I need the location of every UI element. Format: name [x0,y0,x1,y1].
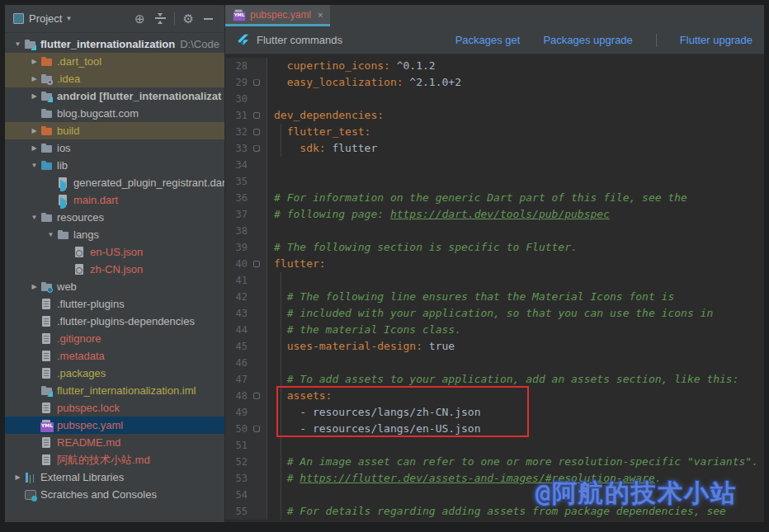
code-text[interactable]: # https://flutter.dev/assets-and-images/… [267,470,764,487]
tree-item-gitignore[interactable]: .gitignore [5,330,224,347]
code-line-55[interactable]: 55 # For details regarding adding assets… [225,503,764,520]
gear-icon[interactable]: ⚙ [183,12,194,25]
fold-marker[interactable] [248,421,266,437]
code-line-49[interactable]: 49 - resources/langs/zh-CN.json [225,404,764,421]
code-text[interactable]: # For information on the generic Dart pa… [267,190,764,206]
code-line-47[interactable]: 47 # To add assets to your application, … [225,371,764,388]
code-link[interactable]: https://flutter.dev/assets-and-images/#r… [300,472,654,484]
code-text[interactable] [267,91,764,107]
tree-item-flutter-plugins[interactable]: .flutter-plugins [5,295,224,313]
code-text[interactable]: flutter_test: [267,124,764,140]
fold-marker[interactable] [248,107,266,124]
code-line-53[interactable]: 53 # https://flutter.dev/assets-and-imag… [225,470,764,487]
code-link[interactable]: https://dart.dev/tools/pub/pubspec [390,208,610,220]
code-line-33[interactable]: 33 sdk: flutter [225,140,764,157]
code-line-52[interactable]: 52 # An image asset can refer to one or … [225,454,764,470]
code-text[interactable]: - resources/langs/zh-CN.json [267,404,764,421]
code-text[interactable]: assets: [267,388,764,404]
code-line-31[interactable]: 31dev_dependencies: [225,107,764,124]
code-line-39[interactable]: 39# The following section is specific to… [225,239,764,256]
code-text[interactable] [267,272,764,289]
tree-item-dart-tool[interactable]: ▶.dart_tool [5,53,224,70]
tree-expand-arrow[interactable]: ▶ [28,53,40,70]
fold-marker[interactable] [248,388,266,404]
tree-expand-arrow[interactable]: ▼ [12,35,24,53]
hide-panel-icon[interactable] [204,18,213,20]
code-line-54[interactable]: 54 [225,487,764,503]
code-line-43[interactable]: 43 # included with your application, so … [225,305,764,322]
tree-item-flutter-plugins-dependencies[interactable]: .flutter-plugins-dependencies [5,313,224,330]
tree-item-build[interactable]: ▶build [5,122,224,139]
tree-item-lib[interactable]: ▼lib [5,157,224,174]
code-line-48[interactable]: 48 assets: [225,388,764,404]
code-text[interactable]: flutter: [267,256,764,272]
code-line-29[interactable]: 29 easy_localization: ^2.1.0+2 [225,74,764,91]
tree-item-android-flutter-internationalizat[interactable]: ▶android [flutter_internationalizat [5,87,224,105]
tab-pubspec-yaml[interactable]: pubspec.yaml × [225,5,330,26]
code-text[interactable]: easy_localization: ^2.1.0+2 [267,74,764,91]
code-line-34[interactable]: 34 [225,157,764,173]
tree-item-ios[interactable]: ▶ios [5,139,224,157]
tree-expand-arrow[interactable]: ▼ [28,209,40,226]
tree-item-langs[interactable]: ▼langs [5,226,224,243]
tree-expand-arrow[interactable]: ▶ [28,70,40,87]
tree-item-pubspec-yaml[interactable]: pubspec.yaml [5,417,224,434]
code-line-35[interactable]: 35 [225,173,764,190]
code-line-37[interactable]: 37# following page: https://dart.dev/too… [225,206,764,223]
tree-item-scratches-and-consoles[interactable]: Scratches and Consoles [5,486,224,503]
tree-item-idea[interactable]: ▶.idea [5,70,224,87]
code-text[interactable] [267,437,764,454]
tree-expand-arrow[interactable]: ▼ [28,157,40,174]
tree-item-flutter-internationalization[interactable]: ▼flutter_internationalizationD:\Code [5,35,224,53]
code-text[interactable]: # The following line ensures that the Ma… [267,289,764,305]
tree-expand-arrow[interactable]: ▶ [28,278,40,295]
code-text[interactable]: sdk: flutter [267,140,764,157]
code-text[interactable]: - resources/langs/en-US.json [267,421,764,437]
tree-item-blog-bugcatt-com[interactable]: blog.bugcatt.com [5,105,224,122]
tree-item-md[interactable]: 阿航的技术小站.md [5,451,224,468]
code-line-51[interactable]: 51 [225,437,764,454]
code-line-50[interactable]: 50 - resources/langs/en-US.json [225,421,764,437]
action-link-flutter-upgrade[interactable]: Flutter upgrade [680,34,752,46]
code-text[interactable]: # The following section is specific to F… [267,239,764,256]
code-text[interactable]: # included with your application, so tha… [267,305,764,322]
code-line-38[interactable]: 38 [225,223,764,239]
tree-expand-arrow[interactable]: ▶ [12,468,24,486]
code-text[interactable] [267,487,764,503]
code-text[interactable]: uses-material-design: true [267,338,764,355]
action-link-packages-upgrade[interactable]: Packages upgrade [543,34,632,46]
code-line-40[interactable]: 40flutter: [225,256,764,272]
chevron-down-icon[interactable]: ▼ [65,15,72,22]
code-text[interactable]: # An image asset can refer to one or mor… [267,454,764,470]
code-line-46[interactable]: 46 [225,355,764,371]
tree-item-flutter-internationalization-iml[interactable]: flutter_internationalization.iml [5,382,224,399]
action-link-packages-get[interactable]: Packages get [455,34,521,46]
code-line-41[interactable]: 41 [225,272,764,289]
fold-marker[interactable] [248,256,266,272]
code-line-42[interactable]: 42 # The following line ensures that the… [225,289,764,305]
tree-expand-arrow[interactable]: ▶ [28,87,40,105]
tree-expand-arrow[interactable]: ▼ [45,226,57,243]
locate-file-icon[interactable]: ⊕ [134,12,145,25]
code-line-28[interactable]: 28 cupertino_icons: ^0.1.2 [225,58,764,74]
tree-item-web[interactable]: ▶web [5,278,224,295]
tree-item-pubspec-lock[interactable]: pubspec.lock [5,399,224,417]
code-text[interactable] [267,223,764,239]
fold-marker[interactable] [248,140,266,157]
close-icon[interactable]: × [318,10,323,20]
tree-item-external-libraries[interactable]: ▶External Libraries [5,468,224,486]
code-text[interactable]: # following page: https://dart.dev/tools… [267,206,764,223]
code-text[interactable] [267,355,764,371]
code-line-36[interactable]: 36# For information on the generic Dart … [225,190,764,206]
tree-item-zh-cn-json[interactable]: zh-CN.json [5,261,224,278]
code-text[interactable] [267,173,764,190]
tree-item-readme-md[interactable]: README.md [5,434,224,451]
tree-item-metadata[interactable]: .metadata [5,347,224,365]
tree-expand-arrow[interactable]: ▶ [28,122,40,139]
code-line-45[interactable]: 45 uses-material-design: true [225,338,764,355]
tree-item-en-us-json[interactable]: en-US.json [5,243,224,261]
fold-marker[interactable] [248,124,266,140]
tree-item-packages[interactable]: .packages [5,365,224,382]
code-editor[interactable]: 28 cupertino_icons: ^0.1.229 easy_locali… [225,54,764,522]
code-line-44[interactable]: 44 # the material Icons class. [225,322,764,338]
